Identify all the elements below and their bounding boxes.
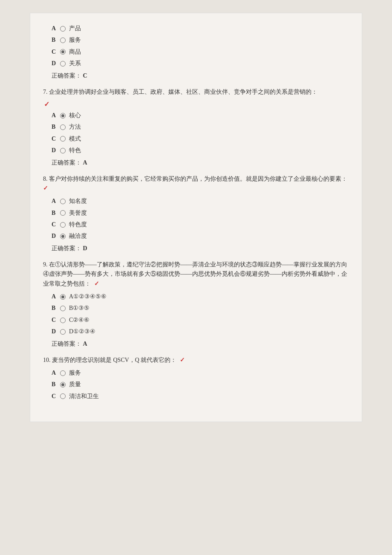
radio-6a[interactable] (60, 26, 66, 32)
option-text-10c: 清洁和卫生 (69, 392, 99, 401)
answer-value-7: A (83, 159, 87, 166)
option-letter-6d: D (52, 59, 59, 68)
option-letter-9b: B (52, 304, 59, 313)
radio-8d[interactable] (60, 234, 66, 239)
answer-line-7: 正确答案： A (52, 159, 349, 167)
answer-value-8: D (83, 245, 87, 251)
question-number-7: 7. (43, 89, 49, 95)
option-text-6b: 服务 (69, 35, 81, 45)
option-text-9d: D①②③④ (69, 327, 95, 336)
question-number-9: 9. (43, 261, 49, 268)
option-row-9b[interactable]: B B①③⑤ (52, 304, 349, 313)
radio-6c[interactable] (60, 49, 66, 55)
option-row-7c[interactable]: C 模式 (52, 134, 349, 144)
option-row-8c[interactable]: C 特色度 (52, 220, 349, 229)
radio-10a[interactable] (60, 370, 66, 376)
option-text-10b: 质量 (69, 380, 81, 389)
option-row-9d[interactable]: D D①②③④ (52, 327, 349, 336)
option-row-10b[interactable]: B 质量 (52, 380, 349, 389)
option-letter-10b: B (52, 380, 59, 389)
option-text-9c: C②④⑥ (69, 315, 89, 325)
option-text-7c: 模式 (69, 134, 81, 144)
option-letter-8d: D (52, 231, 59, 241)
answer-label-7: 正确答案： (52, 159, 81, 166)
option-row-9a[interactable]: A A①②③④⑤⑥ (52, 292, 349, 301)
radio-7c[interactable] (60, 136, 66, 142)
option-letter-8b: B (52, 208, 59, 218)
option-text-9b: B①③⑤ (69, 304, 89, 313)
option-letter-6b: B (52, 35, 59, 45)
question-block-10: 10. 麦当劳的理念识别就是 QSCV，Q 就代表它的： ✓ A 服务 B 质量… (43, 356, 349, 402)
radio-7d[interactable] (60, 148, 66, 153)
answer-line-8: 正确答案： D (52, 245, 349, 252)
option-letter-8a: A (52, 197, 59, 206)
option-text-7d: 特色 (69, 146, 81, 155)
option-row-7b[interactable]: B 方法 (52, 122, 349, 132)
question-text-7: 7. 企业处理并协调好企业与顾客、员工、政府、媒体、社区、商业伙伴、竞争对手之间… (43, 87, 349, 97)
correct-checkmark-9: ✓ (92, 280, 99, 287)
radio-7a[interactable] (60, 113, 66, 119)
radio-9a[interactable] (60, 294, 66, 300)
option-letter-9c: C (52, 315, 59, 325)
radio-9b[interactable] (60, 306, 66, 311)
option-letter-10c: C (52, 392, 59, 401)
option-text-8d: 融洽度 (69, 231, 87, 241)
question-block-7: 7. 企业处理并协调好企业与顾客、员工、政府、媒体、社区、商业伙伴、竞争对手之间… (43, 87, 349, 167)
question-block-9: 9. 在①认清形势——了解政策，遵纪守法②把握时势——弄清企业与环境的状态③顺应… (43, 260, 349, 348)
option-text-6d: 关系 (69, 59, 81, 68)
correct-checkmark-7: ✓ (44, 100, 349, 108)
option-text-8c: 特色度 (69, 220, 87, 229)
radio-8a[interactable] (60, 199, 66, 204)
radio-8c[interactable] (60, 222, 66, 228)
option-letter-6a: A (52, 24, 59, 33)
option-letter-7b: B (52, 122, 59, 132)
option-row-8b[interactable]: B 美誉度 (52, 208, 349, 218)
option-row-6c[interactable]: C 商品 (52, 47, 349, 57)
question-number-8: 8. (43, 176, 49, 182)
option-letter-7c: C (52, 134, 59, 144)
question-text-8: 8. 客户对你持续的关注和重复的购买，它经常购买你的产品，为你创造价值。就是因为… (43, 174, 349, 194)
correct-checkmark-8: ✓ (43, 185, 48, 191)
option-row-8a[interactable]: A 知名度 (52, 197, 349, 206)
option-row-6a[interactable]: A 产品 (52, 24, 349, 33)
option-text-8b: 美誉度 (69, 208, 87, 218)
question-number-10: 10. (43, 357, 52, 363)
question-block-6-partial: A 产品 B 服务 C 商品 D 关系 正确答案： C (43, 24, 349, 80)
option-row-8d[interactable]: D 融洽度 (52, 231, 349, 241)
option-text-9a: A①②③④⑤⑥ (69, 292, 107, 301)
radio-9c[interactable] (60, 318, 66, 323)
option-row-7a[interactable]: A 核心 (52, 111, 349, 120)
question-block-8: 8. 客户对你持续的关注和重复的购买，它经常购买你的产品，为你创造价值。就是因为… (43, 174, 349, 252)
option-letter-7a: A (52, 111, 59, 120)
radio-6d[interactable] (60, 61, 66, 66)
option-letter-9d: D (52, 327, 59, 336)
answer-line-9: 正确答案： A (52, 340, 349, 348)
option-text-6a: 产品 (69, 24, 81, 33)
option-text-8a: 知名度 (69, 197, 87, 206)
option-row-10a[interactable]: A 服务 (52, 368, 349, 378)
radio-7b[interactable] (60, 124, 66, 130)
option-text-7a: 核心 (69, 111, 81, 120)
radio-6b[interactable] (60, 38, 66, 43)
option-row-10c[interactable]: C 清洁和卫生 (52, 392, 349, 401)
radio-10b[interactable] (60, 382, 66, 387)
option-text-6c: 商品 (69, 47, 81, 57)
question-text-9: 9. 在①认清形势——了解政策，遵纪守法②把握时势——弄清企业与环境的状态③顺应… (43, 260, 349, 289)
radio-8b[interactable] (60, 210, 66, 216)
radio-9d[interactable] (60, 329, 66, 335)
option-text-7b: 方法 (69, 122, 81, 132)
option-row-6b[interactable]: B 服务 (52, 35, 349, 45)
option-row-9c[interactable]: C C②④⑥ (52, 315, 349, 325)
answer-label-6: 正确答案： (52, 72, 81, 79)
option-row-7d[interactable]: D 特色 (52, 146, 349, 155)
answer-value-9: A (83, 341, 87, 347)
radio-10c[interactable] (60, 393, 66, 399)
option-letter-7d: D (52, 146, 59, 155)
content-area: A 产品 B 服务 C 商品 D 关系 正确答案： C 7. 企业处理并协调好企… (30, 13, 362, 422)
question-text-10: 10. 麦当劳的理念识别就是 QSCV，Q 就代表它的： ✓ (43, 356, 349, 365)
option-row-6d[interactable]: D 关系 (52, 59, 349, 68)
answer-label-8: 正确答案： (52, 245, 81, 251)
answer-value-6: C (83, 72, 87, 79)
correct-checkmark-10: ✓ (178, 357, 185, 363)
option-letter-10a: A (52, 368, 59, 378)
